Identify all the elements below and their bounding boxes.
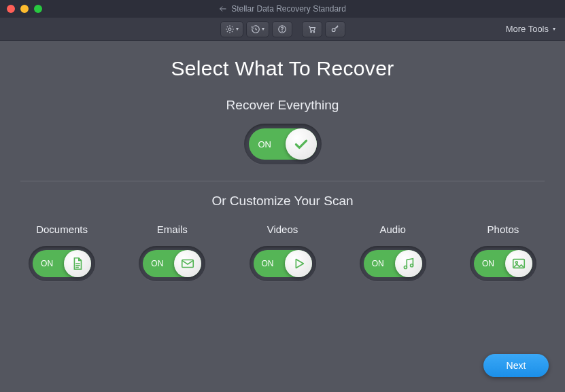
toolbar-right-group [302,21,345,37]
settings-button[interactable]: ▾ [220,21,243,37]
music-icon [401,256,416,271]
next-button[interactable]: Next [483,354,549,377]
svg-point-8 [410,264,413,267]
category-label: Photos [487,224,519,235]
category-label: Documents [36,224,88,235]
svg-point-0 [228,28,231,31]
divider [20,181,545,181]
toggle-on-label: ON [258,139,272,149]
window-title-text: Stellar Data Recovery Standard [231,4,346,14]
toggle-knob [285,250,312,277]
more-tools-label: More Tools [506,24,549,34]
check-icon [292,135,310,153]
category-label: Videos [267,224,298,235]
gear-icon [225,24,235,34]
chevron-down-icon: ▾ [262,26,264,32]
chevron-down-icon: ▾ [236,26,239,32]
toggle-on-label: ON [262,259,274,268]
svg-point-2 [281,31,282,31]
play-icon [291,256,306,271]
category-emails: Emails ON [117,224,227,281]
recover-everything-label: Recover Everything [20,98,545,113]
toggle-on-label: ON [41,259,53,268]
toggle-on-label: ON [482,259,494,268]
key-icon [330,24,340,34]
cart-icon [307,24,317,34]
cart-button[interactable] [302,21,322,37]
email-icon [180,256,195,271]
emails-toggle[interactable]: ON [139,246,205,281]
toggle-knob [505,250,532,277]
svg-point-3 [310,31,311,33]
videos-toggle[interactable]: ON [250,246,316,281]
customize-scan-label: Or Customize Your Scan [0,194,565,209]
category-photos: Photos ON [448,224,558,281]
back-arrow-icon [219,5,227,13]
recover-everything-toggle[interactable]: ON [244,124,322,164]
audio-toggle[interactable]: ON [360,246,426,281]
toggle-on-label: ON [372,259,384,268]
svg-point-4 [313,31,315,33]
document-icon [70,256,85,271]
titlebar: Stellar Data Recovery Standard [0,0,565,18]
toolbar-left-group: ▾ ▾ [220,21,292,37]
main-content: Select What To Recover Recover Everythin… [0,41,565,164]
page-title: Select What To Recover [20,57,545,80]
activate-button[interactable] [325,21,345,37]
help-button[interactable] [272,21,292,37]
chevron-down-icon: ▾ [553,26,555,32]
toggle-knob [174,250,201,277]
more-tools-menu[interactable]: More Tools ▾ [506,24,555,34]
svg-point-7 [404,266,407,268]
window-title: Stellar Data Recovery Standard [0,4,565,14]
svg-point-5 [332,28,335,31]
toggle-on-label: ON [151,259,163,268]
history-icon [251,24,260,34]
help-icon [277,24,287,34]
photos-toggle[interactable]: ON [470,246,536,281]
category-videos: Videos ON [227,224,337,281]
svg-point-10 [515,262,517,264]
toolbar: ▾ ▾ More Tools ▾ [0,18,565,41]
category-label: Audio [380,224,406,235]
toggle-knob [286,128,317,160]
documents-toggle[interactable]: ON [29,246,95,281]
category-documents: Documents ON [7,224,117,281]
image-icon [511,256,526,271]
category-audio: Audio ON [338,224,448,281]
toggle-knob [64,250,91,277]
history-button[interactable]: ▾ [246,21,269,37]
categories-row: Documents ON Emails ON [0,224,565,281]
category-label: Emails [157,224,188,235]
toggle-knob [395,250,422,277]
